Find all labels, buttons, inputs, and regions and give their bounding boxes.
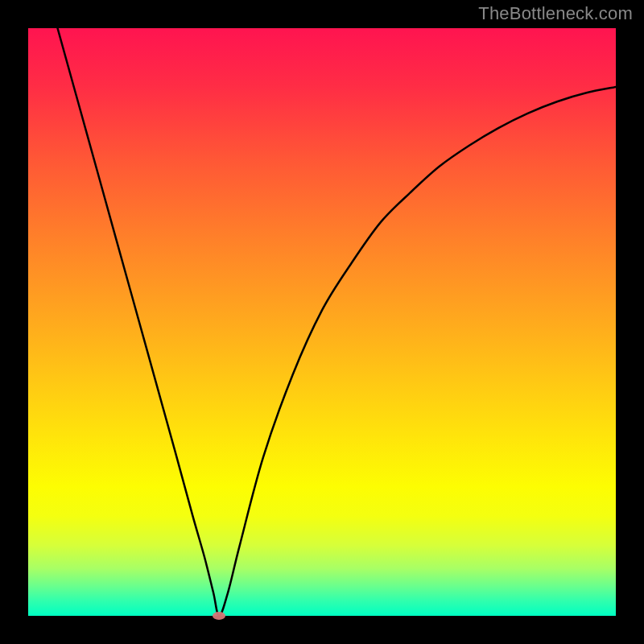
minimum-marker (213, 612, 225, 620)
bottleneck-curve (28, 28, 616, 616)
plot-area (28, 28, 616, 616)
watermark-text: TheBottleneck.com (478, 3, 633, 24)
chart-frame: TheBottleneck.com (0, 0, 644, 644)
